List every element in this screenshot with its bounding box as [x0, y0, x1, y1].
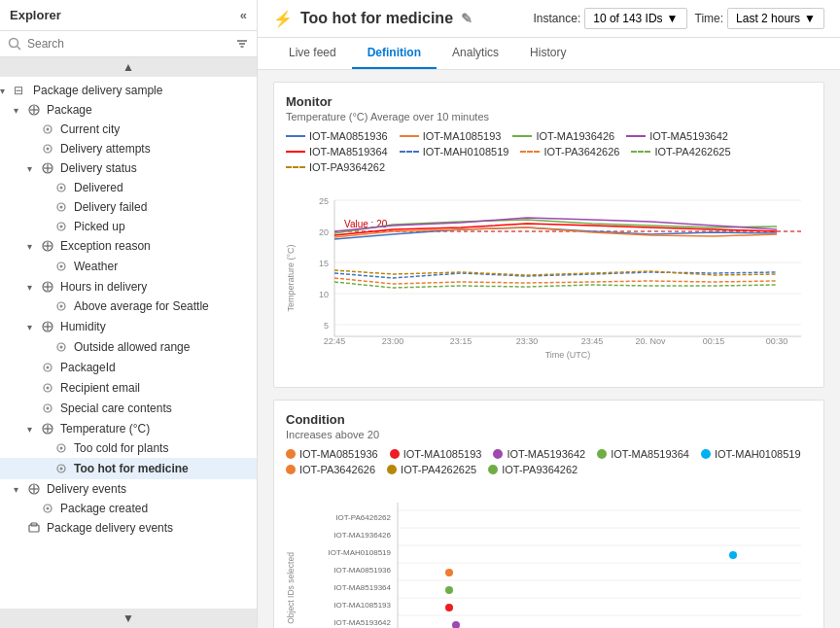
condition-panel: Condition Increases above 20 IOT-MA08519…: [273, 400, 824, 628]
sidebar-item-delivery-status[interactable]: ▾ Delivery status: [0, 158, 257, 178]
svg-point-35: [60, 346, 63, 349]
svg-point-9: [47, 128, 50, 131]
sidebar-header: Explorer «: [0, 0, 257, 31]
legend-item-IOT-MA0851936: IOT-MA0851936: [286, 130, 388, 142]
tree-item-label: Recipient email: [60, 381, 257, 395]
cond-legend-label: IOT-MA0851936: [299, 448, 378, 460]
sidebar-item-delivered[interactable]: Delivered: [0, 178, 257, 197]
svg-point-113: [445, 586, 453, 594]
sidebar-item-above-average-seattle[interactable]: Above average for Seattle: [0, 297, 257, 316]
sidebar-item-packageid[interactable]: PackageId ···: [0, 357, 257, 378]
leaf-icon: [54, 181, 68, 194]
collapse-icon[interactable]: «: [240, 8, 247, 22]
tree-item-label: Outside allowed range: [74, 340, 257, 354]
instance-dropdown[interactable]: 10 of 143 IDs ▼: [584, 8, 686, 29]
svg-text:IOT-MAH0108519: IOT-MAH0108519: [329, 548, 392, 557]
sidebar-item-package-delivery-events[interactable]: Package delivery events: [0, 518, 257, 538]
tree-item-label: Package: [47, 103, 257, 117]
cond-legend-label: IOT-MA1085193: [403, 448, 482, 460]
tab-definition[interactable]: Definition: [352, 38, 437, 69]
node-icon: [54, 200, 70, 214]
sidebar-item-delivery-failed[interactable]: Delivery failed: [0, 197, 257, 217]
scroll-down-button[interactable]: ▼: [0, 609, 257, 628]
cond-legend-item-IOT-PA3642626: IOT-PA3642626: [286, 464, 375, 475]
leaf-icon: [54, 299, 68, 313]
svg-point-20: [60, 226, 63, 228]
tree-item-label: PackageId: [60, 361, 237, 374]
sidebar-item-special-care-contents[interactable]: Special care contents ···: [0, 398, 257, 419]
chevron-icon: ▾: [27, 424, 41, 435]
svg-point-41: [47, 407, 50, 410]
cond-legend-item-IOT-MA8519364: IOT-MA8519364: [597, 448, 689, 460]
svg-point-16: [60, 187, 63, 190]
svg-text:00:15: 00:15: [703, 336, 725, 346]
sidebar-item-hours-in-delivery[interactable]: ▾ Hours in delivery: [0, 277, 257, 297]
tab-history[interactable]: History: [514, 38, 581, 69]
tree-item-label: Exception reason: [60, 239, 257, 253]
monitor-title: Monitor: [286, 94, 812, 109]
svg-point-112: [445, 604, 453, 611]
sidebar-item-humidity[interactable]: ▾ Humidity ···: [0, 316, 257, 337]
chevron-icon: ▾: [0, 86, 14, 96]
cond-legend-label: IOT-PA4262625: [401, 464, 476, 475]
hierarchy-icon: [27, 482, 41, 496]
sidebar-item-delivery-attempts[interactable]: Delivery attempts: [0, 139, 257, 158]
time-dropdown[interactable]: Last 2 hours ▼: [727, 8, 824, 29]
cond-legend-item-IOT-MA0851936: IOT-MA0851936: [286, 448, 378, 460]
tree-item-label: Delivery events: [47, 482, 257, 496]
legend-label: IOT-MA5193642: [649, 130, 728, 142]
chevron-icon: ▾: [14, 105, 27, 116]
sidebar-item-current-city[interactable]: Current city: [0, 120, 257, 139]
legend-label: IOT-PA3642626: [543, 146, 619, 157]
sidebar-item-package-created[interactable]: Package created: [0, 499, 257, 518]
monitor-subtitle: Temperature (°C) Average over 10 minutes: [286, 111, 812, 122]
edit-icon[interactable]: ✎: [461, 11, 472, 26]
sidebar-item-recipient-email[interactable]: Recipient email: [0, 378, 257, 398]
node-icon: [41, 239, 56, 253]
sidebar-item-picked-up[interactable]: Picked up: [0, 217, 257, 236]
sidebar-item-too-hot-for-medicine[interactable]: Too hot for medicine ···: [0, 458, 257, 479]
sidebar-item-package[interactable]: ▾ Package: [0, 100, 257, 120]
svg-point-115: [445, 569, 453, 576]
sidebar-item-delivery-events[interactable]: ▾ Delivery events: [0, 479, 257, 499]
filter-icon[interactable]: [235, 37, 249, 51]
tab-analytics[interactable]: Analytics: [437, 38, 514, 69]
legend-item-IOT-MA5193642: IOT-MA5193642: [626, 130, 728, 142]
monitor-chart: Temperature (°C) 25 20 15 10 5 Value : 2…: [286, 181, 812, 375]
sidebar-item-outside-allowed-range[interactable]: Outside allowed range: [0, 337, 257, 357]
svg-text:IOT-MA8519364: IOT-MA8519364: [333, 583, 391, 592]
tree-item-label: Weather: [74, 260, 237, 273]
sidebar-item-temperature[interactable]: ▾ Temperature (°C): [0, 419, 257, 438]
condition-subtitle: Increases above 20: [286, 429, 812, 440]
svg-text:IOT-MA5193642: IOT-MA5193642: [333, 618, 391, 627]
search-input[interactable]: [27, 37, 235, 51]
cond-legend-label: IOT-PA9364262: [502, 464, 578, 475]
hierarchy-icon: [41, 161, 54, 175]
monitor-panel: Monitor Temperature (°C) Average over 10…: [273, 82, 824, 388]
svg-text:00:30: 00:30: [766, 336, 788, 346]
legend-item-IOT-PA9364262: IOT-PA9364262: [286, 161, 385, 173]
svg-point-30: [60, 305, 63, 308]
tree-item-label: Picked up: [74, 220, 257, 233]
sidebar: Explorer « ▲ ▾ ⊟ Package delivery sample…: [0, 0, 258, 628]
legend-label: IOT-MA0851936: [309, 130, 388, 142]
leaf-icon: [54, 340, 68, 354]
condition-title: Condition: [286, 412, 812, 427]
svg-text:IOT-PA6426262: IOT-PA6426262: [335, 513, 391, 522]
legend-item-IOT-PA3642626: IOT-PA3642626: [520, 146, 619, 157]
tab-live-feed[interactable]: Live feed: [273, 38, 352, 69]
sidebar-item-too-cold-for-plants[interactable]: Too cold for plants: [0, 438, 257, 458]
scroll-up-button[interactable]: ▲: [0, 57, 257, 77]
svg-text:15: 15: [319, 259, 329, 268]
sidebar-item-exception-reason[interactable]: ▾ Exception reason: [0, 236, 257, 256]
svg-text:10: 10: [319, 290, 329, 299]
tree-item-label: Temperature (°C): [60, 422, 257, 436]
page-title: Too hot for medicine ✎: [300, 10, 526, 27]
svg-point-39: [47, 387, 50, 390]
instance-label: Instance:: [534, 12, 581, 25]
sidebar-item-weather[interactable]: Weather ···: [0, 256, 257, 277]
sidebar-item-pkg-delivery-sample[interactable]: ▾ ⊟ Package delivery sample: [0, 81, 257, 100]
time-chevron-icon: ▼: [804, 12, 816, 25]
node-icon: [41, 422, 56, 436]
svg-point-114: [452, 621, 460, 628]
